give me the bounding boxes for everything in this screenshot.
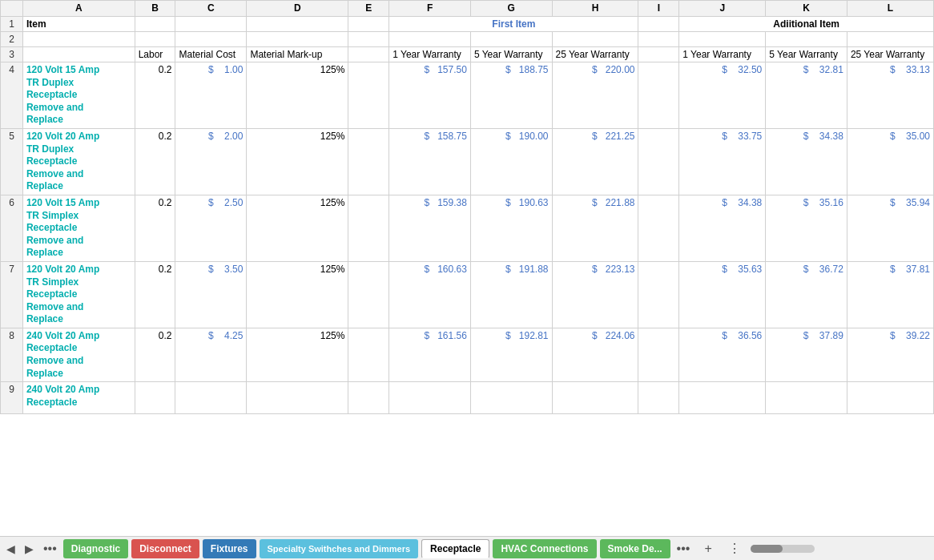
- cell-h7[interactable]: $ 223.13: [552, 261, 638, 328]
- col-header-f[interactable]: F: [389, 1, 471, 17]
- cell-f3[interactable]: 1 Year Warranty: [389, 47, 471, 62]
- cell-f4[interactable]: $ 157.50: [389, 62, 471, 129]
- cell-e2[interactable]: [348, 32, 389, 47]
- cell-h2[interactable]: [552, 32, 638, 47]
- cell-d1[interactable]: [247, 17, 348, 32]
- col-header-g[interactable]: G: [470, 1, 552, 17]
- cell-l9[interactable]: [847, 382, 933, 414]
- cell-l6[interactable]: $ 35.94: [847, 195, 933, 261]
- cell-j4[interactable]: $ 32.50: [679, 62, 766, 129]
- cell-k5[interactable]: $ 34.38: [766, 128, 847, 195]
- cell-e8[interactable]: [348, 328, 389, 381]
- cell-b3[interactable]: Labor: [135, 47, 175, 62]
- cell-h4[interactable]: $ 220.00: [552, 62, 638, 129]
- tab-disconnect[interactable]: Disconnect: [131, 539, 199, 558]
- cell-a6[interactable]: 120 Volt 15 AmpTR SimplexReceptacleRemov…: [22, 195, 135, 261]
- cell-c6[interactable]: $ 2.50: [175, 195, 247, 261]
- cell-e4[interactable]: [348, 62, 389, 129]
- cell-d3[interactable]: Material Mark-up: [247, 47, 348, 62]
- cell-i7[interactable]: [638, 261, 679, 328]
- tab-fixtures[interactable]: Fixtures: [203, 539, 256, 558]
- cell-h3[interactable]: 25 Year Warranty: [552, 47, 638, 62]
- cell-g6[interactable]: $ 190.63: [470, 195, 552, 261]
- cell-f9[interactable]: [389, 382, 471, 414]
- cell-g2[interactable]: [470, 32, 552, 47]
- cell-j2[interactable]: [679, 32, 766, 47]
- cell-h6[interactable]: $ 221.88: [552, 195, 638, 261]
- cell-j8[interactable]: $ 36.56: [679, 328, 766, 381]
- col-header-c[interactable]: C: [175, 1, 247, 17]
- cell-l7[interactable]: $ 37.81: [847, 261, 933, 328]
- cell-c3[interactable]: Material Cost: [175, 47, 247, 62]
- cell-i8[interactable]: [638, 328, 679, 381]
- cell-i5[interactable]: [638, 128, 679, 195]
- scrollbar-track[interactable]: [751, 545, 815, 553]
- cell-a4[interactable]: 120 Volt 15 AmpTR DuplexReceptacleRemove…: [22, 62, 135, 129]
- cell-j5[interactable]: $ 33.75: [679, 128, 766, 195]
- cell-c5[interactable]: $ 2.00: [175, 128, 247, 195]
- cell-d2[interactable]: [247, 32, 348, 47]
- col-header-a[interactable]: A: [22, 1, 135, 17]
- cell-f2[interactable]: [389, 32, 471, 47]
- cell-d8[interactable]: 125%: [247, 328, 348, 381]
- cell-g7[interactable]: $ 191.88: [470, 261, 552, 328]
- col-header-k[interactable]: K: [766, 1, 847, 17]
- cell-i3[interactable]: [638, 47, 679, 62]
- cell-i9[interactable]: [638, 382, 679, 414]
- cell-f1[interactable]: First Item: [389, 17, 638, 32]
- scrollbar-thumb[interactable]: [751, 545, 783, 553]
- cell-k9[interactable]: [766, 382, 847, 414]
- col-header-e[interactable]: E: [348, 1, 389, 17]
- cell-b5[interactable]: 0.2: [135, 128, 175, 195]
- tab-add[interactable]: +: [696, 539, 719, 558]
- cell-l4[interactable]: $ 33.13: [847, 62, 933, 129]
- scrollbar-area[interactable]: [751, 545, 931, 553]
- cell-k3[interactable]: 5 Year Warranty: [766, 47, 847, 62]
- cell-g4[interactable]: $ 188.75: [470, 62, 552, 129]
- cell-j7[interactable]: $ 35.63: [679, 261, 766, 328]
- cell-k2[interactable]: [766, 32, 847, 47]
- cell-d6[interactable]: 125%: [247, 195, 348, 261]
- cell-l3[interactable]: 25 Year Warranty: [847, 47, 933, 62]
- cell-i4[interactable]: [638, 62, 679, 129]
- cell-b2[interactable]: [135, 32, 175, 47]
- cell-f7[interactable]: $ 160.63: [389, 261, 471, 328]
- cell-h5[interactable]: $ 221.25: [552, 128, 638, 195]
- cell-i2[interactable]: [638, 32, 679, 47]
- cell-l8[interactable]: $ 39.22: [847, 328, 933, 381]
- tab-scroll-left[interactable]: ◀: [3, 541, 18, 557]
- cell-e1[interactable]: [348, 17, 389, 32]
- cell-k4[interactable]: $ 32.81: [766, 62, 847, 129]
- cell-c8[interactable]: $ 4.25: [175, 328, 247, 381]
- tab-diagnostic[interactable]: Diagnostic: [63, 539, 128, 558]
- cell-b9[interactable]: [135, 382, 175, 414]
- cell-j1[interactable]: Adiitional Item: [679, 17, 934, 32]
- cell-c7[interactable]: $ 3.50: [175, 261, 247, 328]
- cell-e5[interactable]: [348, 128, 389, 195]
- cell-l5[interactable]: $ 35.00: [847, 128, 933, 195]
- col-header-h[interactable]: H: [552, 1, 638, 17]
- col-header-l[interactable]: L: [847, 1, 933, 17]
- cell-h9[interactable]: [552, 382, 638, 414]
- cell-a1[interactable]: Item: [22, 17, 135, 32]
- cell-h8[interactable]: $ 224.06: [552, 328, 638, 381]
- cell-k8[interactable]: $ 37.89: [766, 328, 847, 381]
- cell-j9[interactable]: [679, 382, 766, 414]
- tab-receptacle[interactable]: Receptacle: [421, 539, 489, 558]
- cell-a2[interactable]: [22, 32, 135, 47]
- cell-e9[interactable]: [348, 382, 389, 414]
- tab-more-right[interactable]: •••: [674, 540, 694, 558]
- tab-scroll-right[interactable]: ▶: [22, 541, 37, 557]
- cell-j6[interactable]: $ 34.38: [679, 195, 766, 261]
- col-header-b[interactable]: B: [135, 1, 175, 17]
- scroll-area[interactable]: A B C D E F G H I J K L 1 Ite: [0, 0, 934, 536]
- cell-b7[interactable]: 0.2: [135, 261, 175, 328]
- cell-d5[interactable]: 125%: [247, 128, 348, 195]
- cell-c9[interactable]: [175, 382, 247, 414]
- cell-f8[interactable]: $ 161.56: [389, 328, 471, 381]
- cell-l2[interactable]: [847, 32, 933, 47]
- cell-d4[interactable]: 125%: [247, 62, 348, 129]
- cell-k7[interactable]: $ 36.72: [766, 261, 847, 328]
- cell-e6[interactable]: [348, 195, 389, 261]
- tab-smoke[interactable]: Smoke De...: [600, 539, 670, 558]
